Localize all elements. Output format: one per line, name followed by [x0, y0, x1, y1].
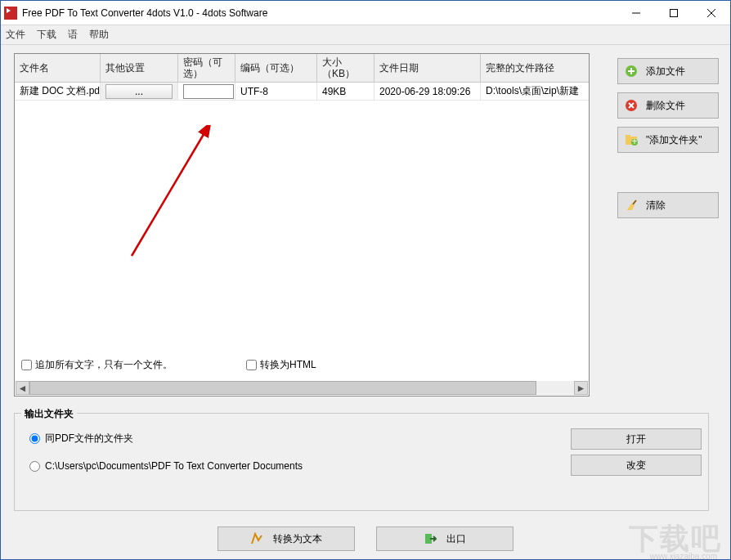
output-legend: 输出文件夹 [21, 407, 77, 421]
svg-rect-1 [670, 9, 678, 16]
append-checkbox[interactable]: 追加所有文字，只有一个文件。 [21, 358, 173, 372]
watermark-url: www.xiazaiba.com [650, 552, 717, 560]
menu-language[interactable]: 语 [68, 28, 78, 42]
broom-icon [625, 199, 638, 212]
convert-button[interactable]: 转换为文本 [218, 526, 355, 551]
close-icon [707, 9, 715, 17]
convert-icon [250, 532, 263, 545]
convert-label: 转换为文本 [273, 532, 322, 546]
open-label: 打开 [626, 432, 646, 446]
scroll-right-arrow[interactable]: ► [574, 381, 588, 395]
html-checkbox[interactable]: 转换为HTML [246, 358, 316, 372]
cell-size: 49KB [317, 83, 374, 100]
cell-date: 2020-06-29 18:09:26 [374, 83, 481, 100]
open-button[interactable]: 打开 [571, 428, 702, 450]
html-checkbox-input[interactable] [246, 360, 257, 370]
folder-icon: + [625, 133, 638, 146]
menu-download[interactable]: 下载 [37, 28, 56, 42]
menu-help[interactable]: 帮助 [89, 28, 109, 42]
table-row[interactable]: 新建 DOC 文档.pdf ... UTF-8 49KB 2020-06-29 … [15, 83, 589, 101]
options-row: 追加所有文字，只有一个文件。 转换为HTML [21, 355, 582, 374]
append-label: 追加所有文字，只有一个文件。 [35, 358, 173, 372]
content-area: 文件名 其他设置 密码（可选） 编码（可选） 大小（KB） 文件日期 完整的文件… [1, 45, 730, 559]
scroll-left-arrow[interactable]: ◄ [16, 381, 29, 395]
col-other[interactable]: 其他设置 [101, 54, 178, 82]
scroll-thumb[interactable] [29, 381, 536, 395]
file-table: 文件名 其他设置 密码（可选） 编码（可选） 大小（KB） 文件日期 完整的文件… [14, 53, 590, 396]
same-folder-radio-input[interactable] [29, 433, 40, 444]
svg-line-15 [633, 200, 636, 204]
delete-file-label: 删除文件 [646, 99, 685, 113]
app-icon [4, 7, 17, 20]
exit-label: 出口 [446, 532, 466, 546]
delete-file-button[interactable]: 删除文件 [617, 92, 719, 119]
col-password[interactable]: 密码（可选） [178, 54, 235, 82]
plus-circle-icon [625, 65, 638, 78]
same-folder-label: 同PDF文件的文件夹 [45, 432, 133, 446]
exit-button[interactable]: 出口 [376, 526, 513, 551]
table-header: 文件名 其他设置 密码（可选） 编码（可选） 大小（KB） 文件日期 完整的文件… [15, 54, 589, 83]
sidebar: 添加文件 删除文件 + "添加文件夹" 清除 [617, 58, 719, 218]
output-folder-group: 输出文件夹 同PDF文件的文件夹 C:\Users\pc\Documents\P… [14, 413, 709, 511]
menu-bar: 文件 下载 语 帮助 [1, 25, 730, 45]
svg-text:+: + [631, 136, 637, 146]
col-date[interactable]: 文件日期 [374, 54, 481, 82]
password-input[interactable] [183, 84, 234, 99]
html-label: 转换为HTML [260, 358, 316, 372]
menu-file[interactable]: 文件 [6, 28, 25, 42]
append-checkbox-input[interactable] [21, 360, 32, 370]
app-window: Free PDF To Text Converter 4dots V1.0 - … [0, 0, 731, 560]
custom-folder-label: C:\Users\pc\Documents\PDF To Text Conver… [45, 460, 303, 472]
title-bar[interactable]: Free PDF To Text Converter 4dots V1.0 - … [1, 1, 730, 25]
maximize-button[interactable] [655, 1, 693, 25]
maximize-icon [670, 9, 678, 17]
col-path[interactable]: 完整的文件路径 [481, 54, 589, 82]
add-folder-button[interactable]: + "添加文件夹" [617, 127, 719, 153]
change-label: 改变 [626, 459, 646, 473]
minimize-icon [632, 9, 640, 17]
svg-rect-12 [626, 135, 630, 137]
cell-encoding[interactable]: UTF-8 [235, 83, 317, 100]
other-settings-button[interactable]: ... [105, 84, 173, 99]
x-circle-icon [625, 99, 638, 112]
change-button[interactable]: 改变 [571, 455, 702, 476]
footer-buttons: 转换为文本 出口 [1, 526, 730, 553]
minimize-button[interactable] [617, 1, 655, 25]
add-folder-label: "添加文件夹" [646, 133, 702, 147]
clear-label: 清除 [646, 199, 666, 213]
add-file-button[interactable]: 添加文件 [617, 58, 719, 84]
custom-folder-radio-input[interactable] [29, 461, 40, 472]
scroll-track[interactable] [29, 381, 574, 395]
exit-icon [424, 532, 437, 545]
col-encoding[interactable]: 编码（可选） [235, 54, 317, 82]
close-button[interactable] [693, 1, 730, 25]
cell-filename: 新建 DOC 文档.pdf [15, 83, 101, 100]
clear-button[interactable]: 清除 [617, 192, 719, 218]
cell-password [178, 83, 235, 100]
col-size[interactable]: 大小（KB） [317, 54, 374, 82]
sidebar-spacer [617, 161, 719, 184]
col-filename[interactable]: 文件名 [15, 54, 101, 82]
cell-path: D:\tools\桌面\zip\新建 [481, 83, 589, 100]
window-title: Free PDF To Text Converter 4dots V1.0 - … [22, 7, 617, 19]
table-body: 新建 DOC 文档.pdf ... UTF-8 49KB 2020-06-29 … [15, 83, 589, 396]
horizontal-scrollbar[interactable]: ◄ ► [16, 381, 588, 395]
cell-other: ... [101, 83, 178, 100]
add-file-label: 添加文件 [646, 65, 685, 78]
